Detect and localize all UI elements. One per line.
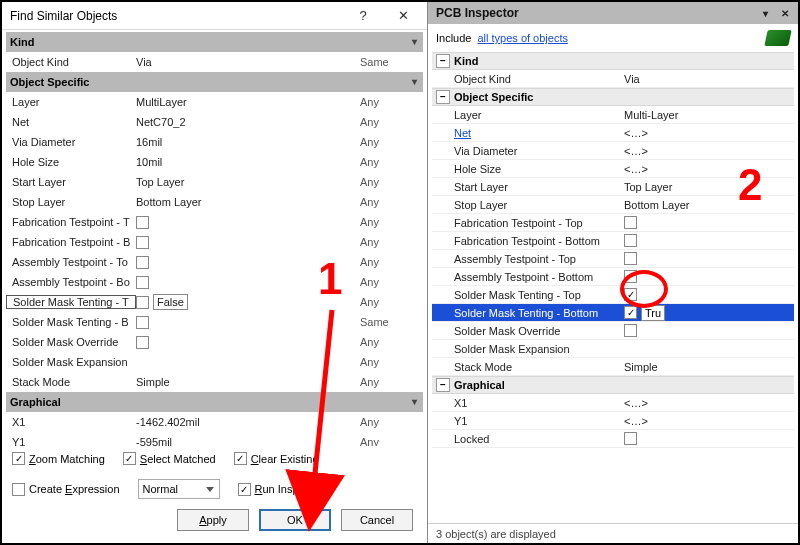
opt-select-matched[interactable]: Select Matched: [123, 452, 216, 465]
prop-filter[interactable]: Any: [356, 376, 414, 388]
trow-smt-bottom[interactable]: Solder Mask Tenting - Bottom Tru: [432, 304, 794, 322]
trow-layer[interactable]: Layer Multi-Layer: [432, 106, 794, 124]
close-icon[interactable]: ✕: [776, 5, 794, 21]
checkbox-icon[interactable]: [624, 252, 637, 265]
prop-value[interactable]: 16mil: [136, 136, 356, 148]
trow-x1[interactable]: X1 <…>: [432, 394, 794, 412]
net-link[interactable]: Net: [454, 127, 471, 139]
prop-value[interactable]: [624, 252, 794, 265]
prop-value[interactable]: Via: [136, 56, 356, 68]
checkbox-icon[interactable]: [136, 276, 149, 289]
checkbox-icon[interactable]: [624, 216, 637, 229]
prop-filter[interactable]: Any: [356, 196, 414, 208]
row-fab-tp-bottom[interactable]: Fabrication Testpoint - B Any: [6, 232, 423, 252]
prop-value[interactable]: <…>: [624, 397, 794, 409]
section-kind[interactable]: Kind ▾: [6, 32, 423, 52]
checkbox-icon[interactable]: [136, 296, 149, 309]
prop-filter[interactable]: Any: [356, 416, 414, 428]
cancel-button[interactable]: Cancel: [341, 509, 413, 531]
trow-via-diameter[interactable]: Via Diameter <…>: [432, 142, 794, 160]
ok-button[interactable]: OK: [259, 509, 331, 531]
prop-filter[interactable]: Any: [356, 176, 414, 188]
prop-value[interactable]: [136, 216, 356, 229]
checkbox-icon[interactable]: [123, 452, 136, 465]
checkbox-icon[interactable]: [624, 432, 637, 445]
checkbox-icon[interactable]: [136, 316, 149, 329]
prop-filter[interactable]: Any: [356, 276, 414, 288]
apply-button[interactable]: Apply: [177, 509, 249, 531]
prop-value[interactable]: <…>: [624, 415, 794, 427]
checkbox-icon[interactable]: [136, 236, 149, 249]
trow-start-layer[interactable]: Start Layer Top Layer: [432, 178, 794, 196]
prop-value[interactable]: [624, 324, 794, 337]
trow-object-kind[interactable]: Object Kind Via: [432, 70, 794, 88]
trow-stop-layer[interactable]: Stop Layer Bottom Layer: [432, 196, 794, 214]
checkbox-icon[interactable]: [136, 336, 149, 349]
prop-value[interactable]: Simple: [624, 361, 794, 373]
row-sm-expansion[interactable]: Solder Mask Expansion Any: [6, 352, 423, 372]
opt-mode-select[interactable]: Normal: [138, 479, 220, 499]
prop-filter[interactable]: Any: [356, 296, 414, 308]
prop-value[interactable]: <…>: [624, 127, 794, 139]
prop-value[interactable]: False: [136, 294, 356, 310]
prop-value[interactable]: [624, 270, 794, 283]
include-link[interactable]: all types of objects: [477, 32, 568, 44]
trow-hole-size[interactable]: Hole Size <…>: [432, 160, 794, 178]
opt-create-expression[interactable]: Create Expression: [12, 479, 120, 499]
prop-value[interactable]: Top Layer: [136, 176, 356, 188]
trow-asm-tp-top[interactable]: Assembly Testpoint - Top: [432, 250, 794, 268]
checkbox-icon[interactable]: [624, 234, 637, 247]
collapse-icon[interactable]: −: [436, 378, 450, 392]
value-input[interactable]: Tru: [641, 305, 665, 321]
trow-asm-tp-bottom[interactable]: Assembly Testpoint - Bottom: [432, 268, 794, 286]
row-smt-top[interactable]: Solder Mask Tenting - T False Any: [6, 292, 423, 312]
prop-filter[interactable]: Any: [356, 136, 414, 148]
prop-filter[interactable]: Same: [356, 56, 414, 68]
prop-filter[interactable]: Any: [356, 356, 414, 368]
row-x1[interactable]: X1 -1462.402mil Any: [6, 412, 423, 432]
prop-filter[interactable]: Any: [356, 116, 414, 128]
checkbox-icon[interactable]: [234, 452, 247, 465]
tsection-kind[interactable]: − Kind: [432, 52, 794, 70]
prop-value[interactable]: NetC70_2: [136, 116, 356, 128]
opt-run-inspector[interactable]: Run Inspector: [238, 479, 324, 499]
prop-filter[interactable]: Any: [356, 436, 414, 446]
row-fab-tp-top[interactable]: Fabrication Testpoint - T Any: [6, 212, 423, 232]
row-smt-bottom[interactable]: Solder Mask Tenting - B Same: [6, 312, 423, 332]
checkbox-icon[interactable]: [136, 256, 149, 269]
prop-value[interactable]: [136, 336, 356, 349]
trow-stack-mode[interactable]: Stack Mode Simple: [432, 358, 794, 376]
collapse-icon[interactable]: −: [436, 54, 450, 68]
row-layer[interactable]: Layer MultiLayer Any: [6, 92, 423, 112]
checkbox-icon[interactable]: [238, 483, 251, 496]
trow-sm-expansion[interactable]: Solder Mask Expansion: [432, 340, 794, 358]
checkbox-icon[interactable]: [624, 270, 637, 283]
prop-value[interactable]: [136, 276, 356, 289]
prop-value[interactable]: Simple: [136, 376, 356, 388]
tsection-graphical[interactable]: − Graphical: [432, 376, 794, 394]
prop-value[interactable]: [624, 216, 794, 229]
prop-value[interactable]: 10mil: [136, 156, 356, 168]
dropdown-icon[interactable]: ▾: [756, 5, 774, 21]
row-stop-layer[interactable]: Stop Layer Bottom Layer Any: [6, 192, 423, 212]
help-button[interactable]: ?: [343, 4, 383, 28]
row-y1[interactable]: Y1 -595mil Any: [6, 432, 423, 446]
trow-fab-tp-bottom[interactable]: Fabrication Testpoint - Bottom: [432, 232, 794, 250]
trow-smt-top[interactable]: Solder Mask Tenting - Top: [432, 286, 794, 304]
prop-value[interactable]: <…>: [624, 145, 794, 157]
prop-value[interactable]: Via: [624, 73, 794, 85]
row-stack-mode[interactable]: Stack Mode Simple Any: [6, 372, 423, 392]
opt-clear-existing[interactable]: Clear Existing: [234, 452, 319, 465]
row-asm-tp-top[interactable]: Assembly Testpoint - To Any: [6, 252, 423, 272]
row-sm-override[interactable]: Solder Mask Override Any: [6, 332, 423, 352]
prop-value[interactable]: [136, 236, 356, 249]
prop-filter[interactable]: Any: [356, 336, 414, 348]
mode-dropdown[interactable]: Normal: [138, 479, 220, 499]
prop-value[interactable]: MultiLayer: [136, 96, 356, 108]
prop-value[interactable]: [624, 432, 794, 445]
row-object-kind[interactable]: Object Kind Via Same: [6, 52, 423, 72]
trow-y1[interactable]: Y1 <…>: [432, 412, 794, 430]
row-via-diameter[interactable]: Via Diameter 16mil Any: [6, 132, 423, 152]
value-input[interactable]: False: [153, 294, 188, 310]
prop-value[interactable]: [624, 234, 794, 247]
